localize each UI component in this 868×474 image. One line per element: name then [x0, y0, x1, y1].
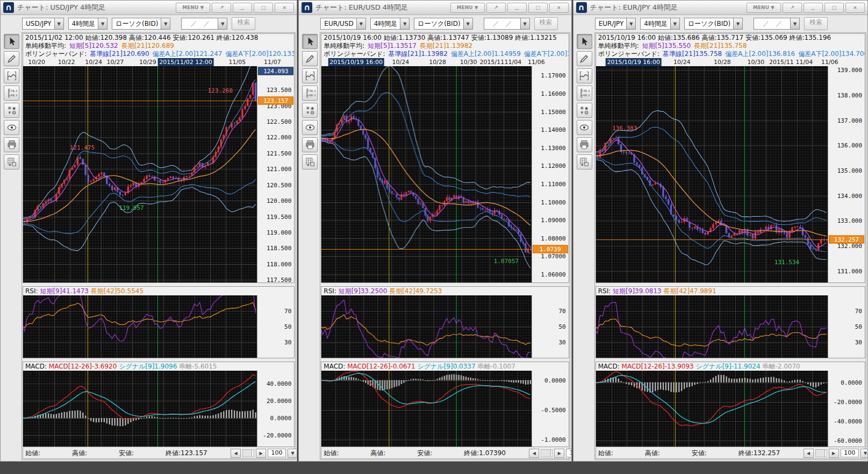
chart-scrollbar[interactable] — [242, 449, 254, 457]
pencil-tool-icon[interactable] — [302, 51, 318, 66]
maximize-button[interactable]: □ — [824, 3, 844, 13]
open-label: 始値: — [598, 449, 643, 458]
chart-style-select[interactable]: ローソク(BID)▼ — [112, 18, 170, 30]
visibility-eye-icon[interactable] — [302, 120, 318, 135]
bb-devA-up-value: 偏差A上[2.00]121.247 — [153, 50, 223, 58]
popout-button[interactable]: ↗ — [486, 3, 506, 13]
indicator-chart-icon[interactable] — [577, 68, 592, 83]
bar-count-dropdown[interactable]: ▼ — [288, 449, 297, 458]
sma-short-value: 短期[5]135.550 — [642, 42, 691, 49]
scroll-right-button[interactable]: ▶ — [554, 449, 564, 458]
scroll-left-button[interactable]: ◀ — [804, 449, 814, 458]
rsi-chart-canvas[interactable] — [321, 295, 531, 358]
chart-scrollbar[interactable] — [815, 449, 827, 457]
price-chart-canvas[interactable] — [596, 66, 828, 282]
bar-count-dropdown[interactable]: ▼ — [860, 449, 868, 458]
scroll-left-button[interactable]: ◀ — [529, 449, 539, 458]
chart-scrollbar[interactable] — [541, 449, 553, 457]
pair-select[interactable]: USD/JPY▼ — [22, 18, 64, 30]
menu-button[interactable]: MENU ▼ — [176, 3, 210, 13]
axis-scale-icon[interactable]: 70.060.0 — [4, 86, 19, 101]
marker-symbols-icon[interactable] — [577, 103, 592, 118]
price-chart-canvas[interactable] — [23, 66, 257, 282]
rsi-chart-canvas[interactable] — [596, 295, 828, 358]
price-tick-label: 1.16000 — [541, 90, 565, 97]
scroll-left-button[interactable]: ◀ — [231, 449, 241, 458]
pencil-tool-icon[interactable] — [4, 51, 19, 66]
minimize-button[interactable]: ＿ — [804, 3, 823, 13]
timeframe-select[interactable]: 4時間足▼ — [370, 18, 410, 30]
close-button[interactable]: × — [549, 3, 569, 13]
pair-select[interactable]: EUR/JPY▼ — [595, 18, 636, 30]
save-grid-icon[interactable] — [302, 154, 318, 169]
search-button[interactable]: 検索 — [232, 17, 255, 30]
visibility-eye-icon[interactable] — [577, 120, 592, 135]
minimize-button[interactable]: ＿ — [507, 3, 527, 13]
search-button[interactable]: 検索 — [534, 17, 558, 30]
chart-style-select[interactable]: ローソク(BID)▼ — [684, 18, 743, 30]
printer-icon[interactable] — [577, 137, 592, 152]
axis-scale-icon[interactable]: 70.060.0 — [302, 86, 318, 101]
menu-button[interactable]: MENU ▼ — [450, 3, 485, 13]
save-grid-icon[interactable] — [577, 154, 592, 169]
title-bar[interactable]: ∩ チャート: EUR/JPY 4時間足 MENU ▼ ↗ ＿ □ × — [573, 1, 867, 15]
scroll-right-button[interactable]: ▶ — [256, 449, 266, 458]
timeframe-select[interactable]: 4時間足▼ — [68, 18, 108, 30]
bottom-status-bar: 始値: 高値: 安値: 終値:1.07390 ◀ ▶ 100 ▼ + − — [321, 448, 569, 459]
timeframe-select[interactable]: 4時間足▼ — [640, 18, 680, 30]
maximize-button[interactable]: □ — [254, 3, 273, 13]
macd-chart-canvas[interactable] — [321, 371, 531, 447]
macd-chart-canvas[interactable] — [23, 371, 257, 447]
price-tick-label: 135.000 — [837, 167, 862, 174]
scrollbar-thumb[interactable] — [816, 450, 825, 457]
popout-button[interactable]: ↗ — [212, 3, 231, 13]
date-input[interactable]: ／ ／▼ — [181, 18, 227, 30]
bar-count-value: 100 — [268, 449, 286, 457]
pencil-tool-icon[interactable] — [577, 51, 592, 66]
price-tick-label: 123.500 — [267, 87, 291, 94]
chart-style-select[interactable]: ローソク(BID)▼ — [414, 18, 472, 30]
sma-info: 単純移動平均:短期[5]135.550長期[21]135.758 — [596, 42, 865, 50]
date-input[interactable]: ／ ／▼ — [754, 18, 800, 30]
scrollbar-thumb[interactable] — [542, 450, 551, 457]
close-button[interactable]: × — [275, 3, 294, 13]
rsi-tick-label: 50 — [855, 323, 862, 330]
scrollbar-thumb[interactable] — [243, 450, 252, 457]
pair-select[interactable]: EUR/USD▼ — [320, 18, 365, 30]
sma-long-value: 長期[21]120.689 — [121, 42, 174, 49]
date-tick-label: 11/05 — [229, 58, 246, 66]
menu-button[interactable]: MENU ▼ — [747, 3, 781, 13]
cursor-tool-icon[interactable] — [4, 34, 19, 49]
scroll-right-button[interactable]: ▶ — [829, 449, 839, 458]
marker-symbols-icon[interactable] — [302, 103, 318, 118]
macd-label: MACD: — [598, 363, 620, 370]
minimize-button[interactable]: ＿ — [233, 3, 252, 13]
bollinger-info: ボリンジャーバンド:基準線[21]1.13982偏差A上[2.00]1.1495… — [321, 50, 568, 58]
macd-chart-canvas[interactable] — [596, 371, 828, 447]
printer-icon[interactable] — [4, 137, 19, 152]
cursor-tool-icon[interactable] — [577, 34, 592, 49]
save-grid-icon[interactable] — [4, 154, 19, 169]
marker-symbols-icon[interactable] — [4, 103, 19, 118]
title-bar[interactable]: ∩ チャート: USD/JPY 4時間足 MENU ▼ ↗ ＿ □ × — [1, 1, 297, 15]
drawing-toolbar: 70.060.0 — [2, 32, 21, 460]
date-tick-label: 11/07 — [264, 58, 281, 66]
indicator-chart-icon[interactable] — [302, 68, 318, 83]
printer-icon[interactable] — [302, 137, 318, 152]
search-button[interactable]: 検索 — [804, 17, 828, 30]
cursor-tool-icon[interactable] — [302, 34, 318, 49]
visibility-eye-icon[interactable] — [4, 120, 19, 135]
price-chart-canvas[interactable] — [321, 66, 531, 282]
chart-toolbar: EUR/JPY▼ 4時間足▼ ローソク(BID)▼ ／ ／▼ 検索 — [573, 15, 867, 32]
rsi-chart-canvas[interactable] — [23, 295, 257, 358]
close-button[interactable]: × — [845, 3, 865, 13]
macd-tick-label: 0.0000 — [270, 415, 292, 422]
maximize-button[interactable]: □ — [528, 3, 548, 13]
rsi-label: RSI: — [25, 287, 38, 295]
title-bar[interactable]: ∩ チャート: EUR/USD 4時間足 MENU ▼ ↗ ＿ □ × — [299, 1, 571, 15]
date-input[interactable]: ／ ／▼ — [484, 18, 530, 30]
indicator-chart-icon[interactable] — [4, 68, 19, 83]
popout-button[interactable]: ↗ — [783, 3, 802, 13]
axis-scale-icon[interactable]: 70.060.0 — [577, 86, 592, 101]
macd-legend: MACD: MACD[12-26]-13.9093 シグナル[9]-11.902… — [596, 362, 865, 371]
